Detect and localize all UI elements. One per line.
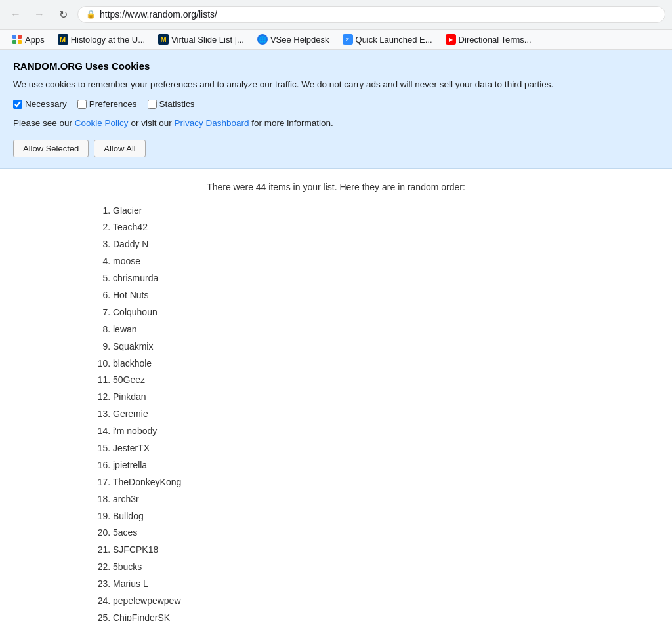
bookmark-histology-label: Histology at the U...	[71, 35, 145, 45]
privacy-dashboard-link[interactable]: Privacy Dashboard	[174, 118, 249, 128]
url-text: https://www.random.org/lists/	[100, 9, 657, 20]
random-list: GlacierTeach42Daddy NmoosechrismurdaHot …	[87, 203, 585, 622]
bookmarks-bar: Apps M Histology at the U... M Virtual S…	[0, 29, 672, 49]
list-item: Pinkdan	[113, 389, 585, 406]
list-item: ChipFinderSK	[113, 610, 585, 621]
list-item: Daddy N	[113, 236, 585, 253]
list-intro: There were 44 items in your list. Here t…	[87, 182, 585, 192]
list-item: Squakmix	[113, 338, 585, 355]
bookmark-apps-label: Apps	[25, 35, 45, 45]
cookie-title: RANDOM.ORG Uses Cookies	[13, 60, 659, 71]
list-item: blackhole	[113, 355, 585, 372]
statistics-checkbox[interactable]	[148, 100, 157, 109]
bookmark-histology[interactable]: M Histology at the U...	[52, 32, 150, 47]
page-content: RANDOM.ORG Uses Cookies We use cookies t…	[0, 50, 672, 621]
cookie-links-text: Please see our Cookie Policy or visit ou…	[13, 117, 659, 130]
bookmark-vsee[interactable]: 🌐 VSee Helpdesk	[252, 32, 335, 47]
vsee-favicon: 🌐	[257, 34, 268, 45]
browser-toolbar: ← → ↻ 🔒 https://www.random.org/lists/	[0, 0, 672, 29]
allow-selected-button[interactable]: Allow Selected	[13, 140, 89, 157]
list-item: 50Geez	[113, 372, 585, 389]
list-item: arch3r	[113, 491, 585, 508]
list-item: moose	[113, 253, 585, 270]
list-item: Marius L	[113, 576, 585, 593]
quick-launched-favicon: Z	[343, 34, 353, 45]
virtual-slide-favicon: M	[158, 34, 169, 45]
directional-terms-favicon: ▶	[446, 34, 456, 45]
allow-all-button[interactable]: Allow All	[94, 140, 145, 157]
links-before: Please see our	[13, 118, 72, 128]
necessary-label: Necessary	[25, 99, 67, 109]
bookmark-vsee-label: VSee Helpdesk	[270, 35, 329, 45]
list-item: lewan	[113, 321, 585, 338]
bookmark-virtual-slide-label: Virtual Slide List |...	[171, 35, 244, 45]
bookmark-apps[interactable]: Apps	[7, 32, 50, 47]
bookmark-directional-terms[interactable]: ▶ Directional Terms...	[440, 32, 537, 47]
cookie-checkboxes: Necessary Preferences Statistics	[13, 99, 659, 109]
statistics-label: Statistics	[159, 99, 195, 109]
apps-favicon	[12, 34, 22, 45]
cookie-buttons: Allow Selected Allow All	[13, 140, 659, 157]
list-item: Colquhoun	[113, 304, 585, 321]
list-item: JesterTX	[113, 440, 585, 457]
lock-icon: 🔒	[86, 10, 96, 19]
preferences-checkbox-label[interactable]: Preferences	[77, 99, 137, 109]
list-item: TheDonkeyKong	[113, 474, 585, 491]
list-item: 5aces	[113, 525, 585, 542]
back-button[interactable]: ←	[7, 5, 25, 24]
list-item: jpietrella	[113, 457, 585, 474]
cookie-policy-link[interactable]: Cookie Policy	[75, 118, 129, 128]
preferences-checkbox[interactable]	[77, 100, 87, 109]
list-item: SJFCPK18	[113, 542, 585, 559]
main-content: There were 44 items in your list. Here t…	[74, 169, 598, 622]
histology-favicon: M	[58, 34, 68, 45]
bookmark-directional-terms-label: Directional Terms...	[459, 35, 532, 45]
list-item: Glacier	[113, 203, 585, 220]
list-item: Hot Nuts	[113, 287, 585, 304]
list-item: Geremie	[113, 406, 585, 423]
necessary-checkbox-label[interactable]: Necessary	[13, 99, 67, 109]
cookie-body: We use cookies to remember your preferen…	[13, 78, 659, 91]
necessary-checkbox[interactable]	[13, 100, 22, 109]
list-item: 5bucks	[113, 559, 585, 576]
cookie-banner: RANDOM.ORG Uses Cookies We use cookies t…	[0, 50, 672, 169]
list-item: i'm nobody	[113, 423, 585, 440]
bookmark-quick-launched[interactable]: Z Quick Launched E...	[337, 32, 438, 47]
preferences-label: Preferences	[89, 99, 137, 109]
list-item: pepelewpewpew	[113, 593, 585, 610]
list-item: Teach42	[113, 219, 585, 236]
list-item: Bulldog	[113, 508, 585, 525]
browser-chrome: ← → ↻ 🔒 https://www.random.org/lists/ Ap…	[0, 0, 672, 50]
list-item: chrismurda	[113, 270, 585, 287]
bookmark-virtual-slide[interactable]: M Virtual Slide List |...	[153, 32, 249, 47]
bookmark-quick-launched-label: Quick Launched E...	[356, 35, 432, 45]
reload-button[interactable]: ↻	[54, 5, 72, 24]
forward-button[interactable]: →	[30, 5, 49, 24]
address-bar[interactable]: 🔒 https://www.random.org/lists/	[77, 6, 665, 23]
statistics-checkbox-label[interactable]: Statistics	[148, 99, 195, 109]
